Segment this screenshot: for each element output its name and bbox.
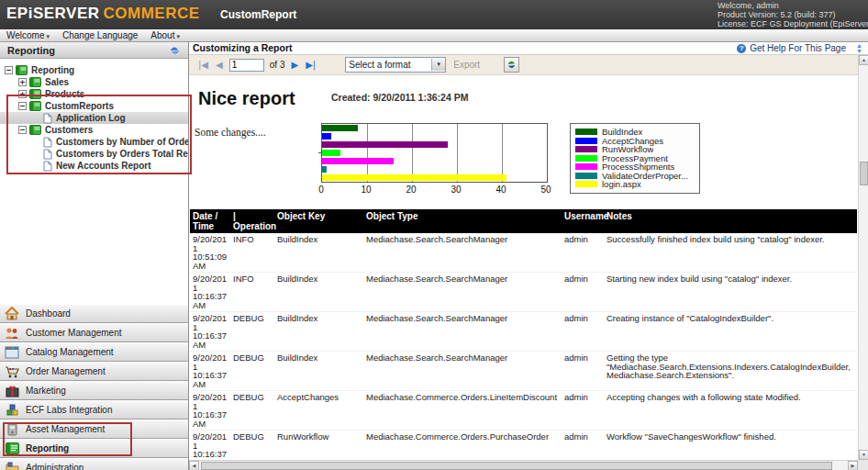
page-number-input[interactable] bbox=[229, 59, 264, 72]
expand-icon[interactable]: + bbox=[18, 90, 27, 98]
collapse-panel-icon[interactable]: ▲▼ bbox=[856, 43, 862, 53]
prev-page-button[interactable]: ◀ bbox=[216, 60, 223, 70]
table-cell: BuildIndex bbox=[274, 233, 363, 273]
table-cell: admin bbox=[562, 233, 604, 273]
tree-item-label: Reporting bbox=[31, 65, 74, 75]
table-cell: DEBUG bbox=[230, 352, 274, 391]
tree-item-products[interactable]: +Products bbox=[0, 88, 188, 100]
nav-item-label: Customer Management bbox=[26, 328, 122, 338]
table-cell: DEBUG bbox=[230, 391, 274, 431]
column-header-username: Username bbox=[562, 209, 604, 233]
report-document-icon bbox=[43, 113, 52, 124]
table-cell: admin bbox=[562, 312, 604, 352]
bar bbox=[322, 150, 340, 156]
table-cell: Starting new index build using "catalog"… bbox=[604, 273, 857, 312]
menu-item-change-language[interactable]: Change Language bbox=[56, 30, 144, 40]
tree-item-customers-by-number-of-orders-report[interactable]: Customers by Number of Orders Report bbox=[0, 136, 188, 148]
table-cell: RunWorkflow bbox=[274, 431, 363, 461]
tree-item-label: Customers bbox=[45, 125, 93, 135]
scroll-down-icon[interactable]: ▼ bbox=[859, 450, 868, 460]
nav-item-label: Marketing bbox=[26, 386, 66, 396]
bar bbox=[322, 133, 331, 140]
menu-item-welcome[interactable]: Welcome▾ bbox=[0, 30, 56, 40]
labs-icon bbox=[3, 403, 21, 418]
tree-item-customreports[interactable]: −CustomReports bbox=[0, 100, 188, 112]
table-cell: admin bbox=[562, 273, 604, 312]
table-cell: Successfully finished index build using … bbox=[604, 233, 857, 273]
table-cell: INFO bbox=[230, 233, 274, 273]
report-folder-icon bbox=[29, 77, 41, 87]
menu-item-label: About bbox=[150, 30, 174, 40]
table-cell: 9/20/2011 10:16:37 AM bbox=[190, 391, 230, 431]
sidebar: Reporting −Reporting+Sales+Products−Cust… bbox=[0, 42, 189, 470]
horizontal-scrollbar[interactable]: ◀ ▶ bbox=[189, 460, 858, 470]
report-content: Nice report Created: 9/20/2011 1:36:24 P… bbox=[189, 75, 858, 460]
next-page-button[interactable]: ▶ bbox=[291, 60, 298, 70]
tree-item-label: Products bbox=[45, 89, 84, 99]
nav-item-customer-management[interactable]: Customer Management bbox=[0, 323, 188, 342]
application-window: EPiSERVERCOMMERCE CustomReport Welcome, … bbox=[0, 0, 868, 470]
legend-swatch bbox=[575, 163, 597, 170]
collapse-icon[interactable]: − bbox=[18, 102, 27, 110]
scrollbar-corner bbox=[858, 460, 868, 470]
table-cell: BuildIndex bbox=[274, 352, 363, 391]
log-table: Date / Time| OperationObject KeyObject T… bbox=[190, 209, 857, 460]
scroll-up-icon[interactable]: ▲ bbox=[859, 55, 868, 65]
marketing-icon bbox=[3, 384, 21, 398]
chart-x-axis: 01020304050 bbox=[321, 185, 547, 196]
vertical-scrollbar[interactable]: ▲ ▼ bbox=[858, 55, 868, 460]
tree-item-sales[interactable]: +Sales bbox=[0, 76, 188, 88]
admin-icon bbox=[3, 461, 21, 470]
nav-item-catalog-management[interactable]: Catalog Management bbox=[0, 342, 188, 362]
product-version: Product Version: 5.2 (build: 377) bbox=[718, 10, 868, 19]
bar-row-acceptchanges bbox=[322, 132, 547, 140]
legend-swatch bbox=[575, 155, 597, 162]
refresh-report-button[interactable] bbox=[504, 57, 519, 73]
nav-item-administration[interactable]: Administration bbox=[0, 458, 188, 470]
report-tree: −Reporting+Sales+Products−CustomReportsA… bbox=[0, 59, 188, 309]
table-row: 9/20/2011 10:16:37 AMDEBUGRunWorkflowMed… bbox=[190, 431, 857, 461]
bar bbox=[322, 125, 358, 131]
help-icon[interactable]: ? bbox=[737, 44, 746, 53]
tree-item-reporting[interactable]: −Reporting bbox=[0, 64, 188, 76]
help-link-area[interactable]: ? Get Help For This Page bbox=[737, 42, 846, 54]
tree-item-new-accounts-report[interactable]: New Accounts Report bbox=[0, 160, 188, 172]
tree-item-customers[interactable]: −Customers bbox=[0, 124, 188, 136]
table-cell: Mediachase.Commerce.Orders.LineItemDisco… bbox=[363, 391, 562, 431]
tree-item-customers-by-orders-total-report[interactable]: Customers by Orders Total Report bbox=[0, 148, 188, 160]
sidebar-panel-header: Reporting bbox=[0, 42, 188, 59]
tree-item-label: Customers by Orders Total Report bbox=[56, 149, 188, 159]
help-link-label[interactable]: Get Help For This Page bbox=[750, 43, 846, 53]
nav-item-marketing[interactable]: Marketing bbox=[0, 381, 188, 400]
legend-swatch bbox=[575, 181, 597, 187]
scroll-right-icon[interactable]: ▶ bbox=[848, 461, 858, 470]
vertical-scroll-thumb[interactable] bbox=[860, 162, 868, 185]
nav-item-asset-management[interactable]: Asset Management bbox=[0, 420, 188, 439]
last-page-button[interactable]: ▶| bbox=[306, 60, 316, 70]
legend-label: login.aspx bbox=[602, 179, 641, 189]
legend-swatch bbox=[575, 138, 597, 144]
table-cell: Mediachase.Search.SearchManager bbox=[363, 233, 562, 273]
horizontal-scroll-thumb[interactable] bbox=[201, 462, 832, 470]
export-format-select[interactable]: Select a format ▼ bbox=[345, 57, 446, 73]
expand-icon[interactable]: + bbox=[18, 78, 27, 86]
table-cell: DEBUG bbox=[230, 312, 274, 352]
scroll-left-icon[interactable]: ◀ bbox=[189, 461, 199, 470]
tree-item-application-log[interactable]: Application Log bbox=[0, 112, 188, 124]
menu-item-about[interactable]: About▾ bbox=[144, 30, 186, 40]
nav-item-reporting[interactable]: Reporting bbox=[0, 439, 188, 458]
collapse-icon[interactable]: − bbox=[5, 66, 13, 74]
bar-row-login-aspx bbox=[322, 173, 547, 182]
x-tick-label: 10 bbox=[361, 185, 371, 195]
export-button[interactable]: Export bbox=[453, 60, 480, 70]
first-page-button[interactable]: |◀ bbox=[198, 60, 208, 70]
nav-item-dashboard[interactable]: Dashboard bbox=[0, 304, 188, 323]
nav-item-order-management[interactable]: Order Management bbox=[0, 362, 188, 381]
nav-item-ecf-labs-integration[interactable]: ECF Labs Integration bbox=[0, 400, 188, 420]
log-table-header: Date / Time| OperationObject KeyObject T… bbox=[190, 209, 857, 233]
legend-swatch bbox=[575, 146, 597, 152]
refresh-icon[interactable] bbox=[168, 44, 183, 56]
tree-item-label: CustomReports bbox=[45, 101, 114, 111]
collapse-icon[interactable]: − bbox=[18, 126, 27, 134]
bar-chart bbox=[321, 123, 548, 183]
